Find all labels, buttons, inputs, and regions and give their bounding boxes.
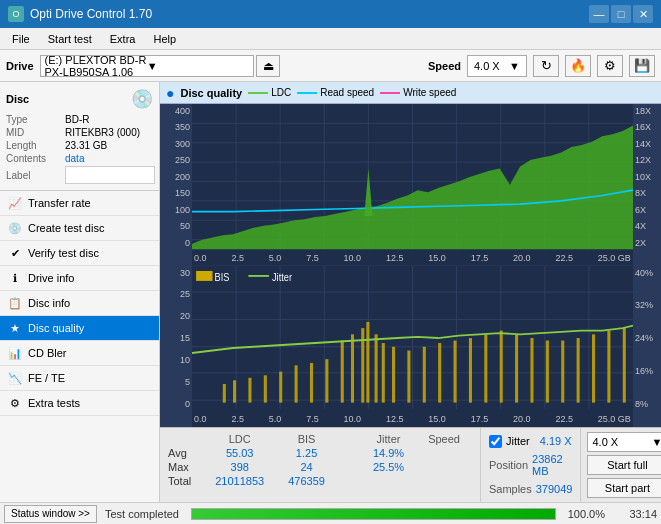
y-right-6x: 6X [635,205,646,215]
drive-combo[interactable]: (E:) PLEXTOR BD-R PX-LB950SA 1.06 ▼ [40,55,255,77]
svg-rect-46 [392,346,395,402]
disc-panel-icon: 💿 [131,88,153,110]
sidebar-item-verify-test-disc[interactable]: ✔ Verify test disc [0,241,159,266]
legend-read-label: Read speed [320,87,374,98]
disc-quality-header: ● Disc quality LDC Read speed Write spee… [160,82,661,104]
y-right-2x: 2X [635,238,646,248]
action-buttons-area: 4.0 X ▼ Start full Start part [580,428,661,502]
close-button[interactable]: ✕ [633,5,653,23]
fe-te-icon: 📉 [8,371,22,385]
lower-chart-svg: BIS Jitter [192,266,633,428]
svg-rect-55 [530,338,533,403]
svg-rect-32 [223,384,226,403]
lx-12.5: 12.5 [386,414,404,424]
sidebar-item-create-test-disc-label: Create test disc [28,222,104,234]
samples-row: Samples 379049 [489,483,573,495]
disc-mid-value: RITEKBR3 (000) [65,127,140,138]
svg-rect-33 [233,380,236,402]
drive-selector: (E:) PLEXTOR BD-R PX-LB950SA 1.06 ▼ ⏏ [40,55,414,77]
svg-rect-57 [561,340,564,402]
speed-dropdown-value: 4.0 X [592,436,618,448]
x-10.0: 10.0 [344,253,362,263]
eject-button[interactable]: ⏏ [256,55,280,77]
jitter-checkbox-label: Jitter [506,435,530,447]
start-part-button[interactable]: Start part [587,478,661,498]
stats-total-ldc: 21011853 [203,474,276,488]
stats-total-row: Total 21011853 476359 [168,474,472,488]
disc-panel: Disc 💿 Type BD-R MID RITEKBR3 (000) Leng… [0,82,159,191]
legend-ldc-label: LDC [271,87,291,98]
stats-avg-jitter: 14.9% [361,446,416,460]
svg-rect-48 [423,346,426,402]
sidebar-item-disc-info[interactable]: 📋 Disc info [0,291,159,316]
x-17.5: 17.5 [471,253,489,263]
disc-type-row: Type BD-R [6,114,153,125]
status-text: Test completed [105,508,179,520]
speed-dropdown[interactable]: 4.0 X ▼ [587,432,661,452]
lx-10.0: 10.0 [344,414,362,424]
ly-right-40: 40% [635,268,653,278]
ly-right-32: 32% [635,300,653,310]
sidebar-item-extra-tests[interactable]: ⚙ Extra tests [0,391,159,416]
sidebar-item-transfer-rate[interactable]: 📈 Transfer rate [0,191,159,216]
read-color-dot [297,92,317,94]
sidebar-item-fe-te[interactable]: 📉 FE / TE [0,366,159,391]
menu-file[interactable]: File [4,31,38,47]
ly-left-30: 30 [180,268,190,278]
y-left-150: 150 [175,188,190,198]
ly-left-20: 20 [180,311,190,321]
menu-help[interactable]: Help [145,31,184,47]
stats-max-ldc: 398 [203,460,276,474]
sidebar-item-drive-info[interactable]: ℹ Drive info [0,266,159,291]
stats-col-bis: BIS [276,432,337,446]
sidebar-item-create-test-disc[interactable]: 💿 Create test disc [0,216,159,241]
y-left-350: 350 [175,122,190,132]
ly-right-24: 24% [635,333,653,343]
disc-label-input[interactable] [65,166,155,184]
status-window-button[interactable]: Status window >> [4,505,97,523]
minimize-button[interactable]: — [589,5,609,23]
sidebar-item-fe-te-label: FE / TE [28,372,65,384]
write-color-dot [380,92,400,94]
jitter-checkbox[interactable] [489,435,502,448]
speed-label: Speed [428,60,461,72]
sidebar-item-cd-bler[interactable]: 📊 CD Bler [0,341,159,366]
refresh-button[interactable]: ↻ [533,55,559,77]
y-right-10x: 10X [635,172,651,182]
lx-15.0: 15.0 [428,414,446,424]
y-left-50: 50 [180,221,190,231]
disc-length-value: 23.31 GB [65,140,107,151]
position-row: Position 23862 MB [489,453,573,477]
x-12.5: 12.5 [386,253,404,263]
svg-rect-49 [438,343,441,403]
maximize-button[interactable]: □ [611,5,631,23]
title-bar-left: O Opti Drive Control 1.70 [8,6,152,22]
menu-extra[interactable]: Extra [102,31,144,47]
disc-type-value: BD-R [65,114,89,125]
svg-rect-36 [279,371,282,402]
burn-button[interactable]: 🔥 [565,55,591,77]
title-bar: O Opti Drive Control 1.70 — □ ✕ [0,0,661,28]
save-button[interactable]: 💾 [629,55,655,77]
sidebar-nav: 📈 Transfer rate 💿 Create test disc ✔ Ver… [0,191,159,502]
start-full-button[interactable]: Start full [587,455,661,475]
x-20.0: 20.0 [513,253,531,263]
upper-chart-container: 400 350 300 250 200 150 100 50 0 [160,104,661,266]
sidebar-item-drive-info-label: Drive info [28,272,74,284]
transfer-rate-icon: 📈 [8,196,22,210]
speed-combo[interactable]: 4.0 X ▼ [467,55,527,77]
sidebar-item-disc-quality[interactable]: ★ Disc quality [0,316,159,341]
ldc-color-dot [248,92,268,94]
stats-avg-row: Avg 55.03 1.25 14.9% [168,446,472,460]
y-left-100: 100 [175,205,190,215]
upper-chart-svg [192,104,633,266]
charts-area: 400 350 300 250 200 150 100 50 0 [160,104,661,427]
stats-max-bis: 24 [276,460,337,474]
sidebar: Disc 💿 Type BD-R MID RITEKBR3 (000) Leng… [0,82,160,502]
lx-25.0-gb: 25.0 GB [598,414,631,424]
disc-contents-value: data [65,153,84,164]
menu-start-test[interactable]: Start test [40,31,100,47]
stats-col-ldc: LDC [203,432,276,446]
options-button[interactable]: ⚙ [597,55,623,77]
svg-rect-35 [264,375,267,402]
